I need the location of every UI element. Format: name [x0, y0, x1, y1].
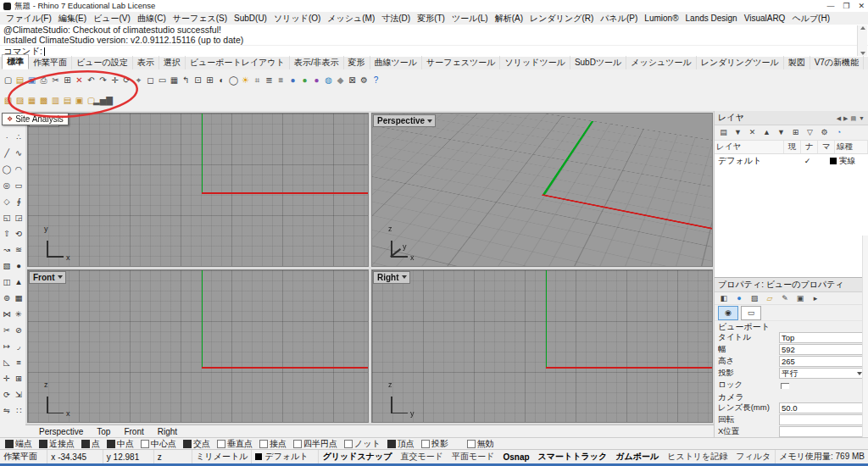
viewport-top[interactable]: Top y x: [27, 113, 369, 267]
column-on[interactable]: ナ: [801, 141, 818, 153]
results-chart-icon[interactable]: ▂▅▇: [97, 93, 108, 108]
toolbar-tab[interactable]: 曲線ツール: [370, 56, 422, 69]
chevron-down-icon[interactable]: [860, 52, 865, 55]
viewport-right-label[interactable]: Right: [373, 271, 410, 284]
checkbox-icon[interactable]: [107, 440, 115, 448]
layer-current-check[interactable]: ✓: [801, 157, 814, 165]
column-material[interactable]: マ: [818, 141, 835, 153]
osnap-toggle[interactable]: 垂直点: [217, 438, 253, 450]
toolbar-tab[interactable]: ビューの設定: [72, 56, 133, 69]
viewport-perspective[interactable]: Perspective z x y: [371, 113, 713, 267]
menu-item[interactable]: 変形(T): [414, 13, 448, 25]
menu-item[interactable]: 寸法(D): [378, 13, 414, 25]
copy-icon[interactable]: ⊞: [62, 73, 73, 88]
earth-icon[interactable]: ◍: [323, 73, 334, 88]
panel-menu-icon[interactable]: ▤: [850, 115, 856, 121]
polyline-icon[interactable]: ╱: [1, 145, 13, 161]
toolbar-tab[interactable]: 製図: [784, 56, 810, 69]
osnap-toggle[interactable]: 近接点: [39, 438, 75, 450]
osnap-toggle[interactable]: 点: [81, 438, 100, 450]
toolbar-tab[interactable]: 表示: [133, 56, 159, 69]
extend-icon[interactable]: ↦: [1, 338, 13, 354]
expand-layers-icon[interactable]: ⊞: [789, 127, 802, 139]
redo-icon[interactable]: ↷: [97, 73, 108, 88]
menu-item[interactable]: ヘルプ(H): [788, 13, 833, 25]
wireframe-view-icon[interactable]: ◯: [228, 73, 239, 88]
command-scrollbar[interactable]: [857, 25, 867, 56]
offset-icon[interactable]: ≡: [13, 354, 25, 370]
copy-object-icon[interactable]: ⊞: [13, 370, 25, 386]
gear-options-icon[interactable]: ⚙: [359, 73, 370, 88]
osnap-toggle[interactable]: 頂点: [387, 438, 415, 450]
checkbox-icon[interactable]: [141, 440, 149, 448]
command-area[interactable]: @ClimateStudio: Checkout of climatestudi…: [0, 25, 868, 58]
osnap-toggle[interactable]: 交点: [183, 438, 210, 450]
four-view-layout-icon[interactable]: ⊞: [204, 73, 215, 88]
menu-item[interactable]: サーフェス(S): [170, 13, 231, 25]
scroll-left-icon[interactable]: ◀: [837, 115, 841, 121]
new-file-icon[interactable]: ▢: [3, 73, 14, 88]
status-toggle[interactable]: フィルタ: [732, 451, 775, 463]
cs-solar-radiation-icon[interactable]: ▨: [14, 93, 25, 108]
viewport-perspective-label[interactable]: Perspective: [373, 114, 436, 127]
display-settings-button[interactable]: ▭: [741, 306, 761, 320]
property-value[interactable]: 592: [779, 344, 865, 355]
panel-collapse-icon[interactable]: ▼: [859, 115, 865, 121]
checkbox-icon[interactable]: [387, 440, 396, 448]
status-toggle[interactable]: ガムボール: [611, 451, 663, 463]
toolbar-tab[interactable]: サーフェスツール: [422, 56, 500, 69]
surface-3pt-icon[interactable]: ◱: [1, 209, 13, 225]
layers-dialog-icon[interactable]: ≣: [264, 73, 275, 88]
property-value[interactable]: 265: [779, 356, 865, 367]
move-layer-up-icon[interactable]: ▲: [760, 127, 773, 139]
cs-daylight-analysis-icon[interactable]: ▦: [26, 93, 37, 108]
menu-item[interactable]: ファイル(F): [3, 13, 55, 25]
osnap-toggle[interactable]: 中点: [107, 438, 134, 450]
checkbox-icon[interactable]: [183, 440, 192, 448]
menu-item[interactable]: Lumion®: [641, 14, 682, 23]
toolbar-tab[interactable]: 作業平面: [29, 56, 72, 69]
scale-icon[interactable]: ⇲: [13, 386, 25, 402]
menu-item[interactable]: ビュー(V): [90, 13, 134, 25]
delete-layer-icon[interactable]: ✕: [746, 127, 759, 139]
arc-icon[interactable]: ◠: [13, 161, 25, 177]
osnap-toggle[interactable]: 中心点: [141, 438, 176, 450]
material-tab-icon[interactable]: ●: [732, 293, 746, 304]
delete-icon[interactable]: ✕: [74, 73, 85, 88]
close-button[interactable]: ✕: [858, 2, 865, 10]
menu-item[interactable]: ソリッド(O): [270, 13, 324, 25]
join-icon[interactable]: ⋈: [1, 306, 13, 322]
command-prompt[interactable]: コマンド:: [0, 45, 868, 57]
viewport-tab[interactable]: Top: [90, 427, 117, 436]
layer-color-cell[interactable]: [826, 158, 839, 164]
minimize-button[interactable]: —: [826, 2, 834, 10]
ellipse-icon[interactable]: ◎: [1, 177, 13, 193]
menu-item[interactable]: レンダリング(R): [526, 13, 597, 25]
camera-tab-icon[interactable]: ▣: [793, 293, 807, 304]
cplane-button[interactable]: 作業平面: [0, 450, 47, 463]
chevron-up-icon[interactable]: [860, 26, 865, 30]
viewport-tab[interactable]: Front: [117, 427, 150, 436]
column-current[interactable]: 現: [784, 141, 801, 153]
revolve-icon[interactable]: ⟲: [13, 225, 25, 241]
layer-filter-icon[interactable]: ▽: [804, 127, 816, 139]
box-icon[interactable]: ▧: [1, 258, 13, 274]
chamfer-icon[interactable]: ◺: [1, 354, 13, 370]
render-preview-icon[interactable]: ●: [299, 73, 310, 88]
point-icon[interactable]: ∙: [1, 129, 13, 145]
layer-tools-icon[interactable]: ⚙: [818, 127, 831, 139]
column-linetype[interactable]: 線種: [835, 141, 868, 153]
texture-mapping-tab-icon[interactable]: ▨: [748, 293, 761, 304]
status-toggle[interactable]: グリッドスナップ: [319, 451, 397, 463]
split-icon[interactable]: ⊘: [13, 322, 25, 338]
explode-icon[interactable]: ✳: [13, 306, 25, 322]
menu-item[interactable]: 解析(A): [492, 13, 526, 25]
toolbar-tab[interactable]: 変形: [344, 56, 370, 69]
rotate-view-icon[interactable]: ⟳: [121, 73, 132, 88]
object-properties-tab-icon[interactable]: ◧: [717, 293, 731, 304]
cone-icon[interactable]: ▲: [13, 274, 25, 290]
trim-icon[interactable]: ✂: [1, 322, 13, 338]
helix-icon[interactable]: ∮: [13, 193, 25, 209]
property-value[interactable]: 50.0: [779, 402, 865, 413]
new-layer-icon[interactable]: ▤: [717, 127, 730, 139]
